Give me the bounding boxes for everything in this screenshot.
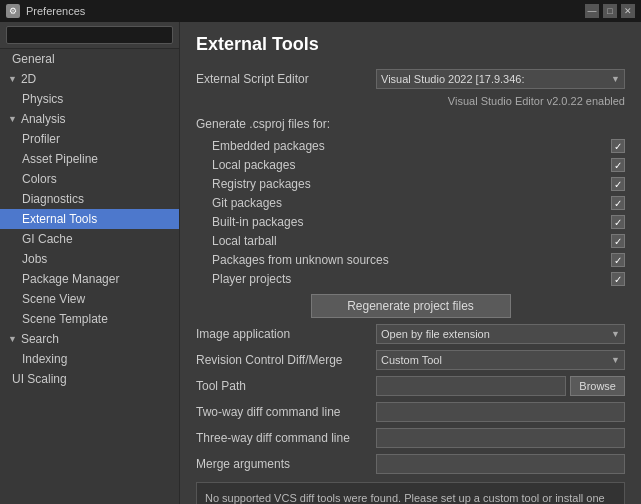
checkbox-1[interactable] [611, 158, 625, 172]
merge-row: Merge arguments [196, 454, 625, 474]
checkbox-row-3: Git packages [196, 194, 625, 212]
sidebar-search-container [0, 22, 179, 49]
merge-input[interactable] [376, 454, 625, 474]
checkbox-row-7: Player projects [196, 270, 625, 288]
script-editor-subtitle: Visual Studio Editor v2.0.22 enabled [196, 95, 625, 107]
sidebar-item-package-manager[interactable]: Package Manager [0, 269, 179, 289]
sidebar-item-scene-template[interactable]: Scene Template [0, 309, 179, 329]
checkbox-label-7: Player projects [212, 272, 291, 286]
page-title: External Tools [196, 34, 625, 55]
regen-button[interactable]: Regenerate project files [311, 294, 511, 318]
checkbox-label-3: Git packages [212, 196, 282, 210]
checkbox-3[interactable] [611, 196, 625, 210]
main-panel: External Tools External Script Editor Vi… [180, 22, 641, 504]
checkbox-row-2: Registry packages [196, 175, 625, 193]
script-editor-row: External Script Editor Visual Studio 202… [196, 69, 625, 89]
image-app-value: Open by file extension [381, 328, 490, 340]
threeway-row: Three-way diff command line [196, 428, 625, 448]
script-editor-dropdown-container: Visual Studio 2022 [17.9.346: ▼ [376, 69, 625, 89]
app-icon: ⚙ [6, 4, 20, 18]
checkbox-4[interactable] [611, 215, 625, 229]
image-app-dropdown-container: Open by file extension ▼ [376, 324, 625, 344]
sidebar-item-profiler[interactable]: Profiler [0, 129, 179, 149]
sidebar-item-scene-view[interactable]: Scene View [0, 289, 179, 309]
threeway-input-container [376, 428, 625, 448]
generate-label: Generate .csproj files for: [196, 117, 625, 131]
tool-path-input[interactable] [376, 376, 566, 396]
checkbox-5[interactable] [611, 234, 625, 248]
dropdown-arrow-script: ▼ [611, 74, 620, 84]
checkbox-row-6: Packages from unknown sources [196, 251, 625, 269]
checkbox-label-0: Embedded packages [212, 139, 325, 153]
checkbox-label-6: Packages from unknown sources [212, 253, 389, 267]
sidebar: General ▼ 2D Physics ▼ Analysis Profiler… [0, 22, 180, 504]
minimize-button[interactable]: — [585, 4, 599, 18]
browse-button[interactable]: Browse [570, 376, 625, 396]
checkbox-row-5: Local tarball [196, 232, 625, 250]
tool-path-row: Tool Path Browse [196, 376, 625, 396]
sidebar-item-search[interactable]: ▼ Search [0, 329, 179, 349]
twoway-row: Two-way diff command line [196, 402, 625, 422]
twoway-label: Two-way diff command line [196, 405, 376, 419]
sidebar-item-2d[interactable]: ▼ 2D [0, 69, 179, 89]
sidebar-item-general[interactable]: General [0, 49, 179, 69]
checkbox-label-5: Local tarball [212, 234, 277, 248]
close-button[interactable]: ✕ [621, 4, 635, 18]
sidebar-item-external-tools[interactable]: External Tools [0, 209, 179, 229]
revision-label: Revision Control Diff/Merge [196, 353, 376, 367]
sidebar-item-jobs[interactable]: Jobs [0, 249, 179, 269]
checkbox-label-4: Built-in packages [212, 215, 303, 229]
script-editor-label: External Script Editor [196, 72, 376, 86]
dropdown-arrow-image: ▼ [611, 329, 620, 339]
revision-dropdown-container: Custom Tool ▼ [376, 350, 625, 370]
checkbox-row-4: Built-in packages [196, 213, 625, 231]
sidebar-item-ui-scaling[interactable]: UI Scaling [0, 369, 179, 389]
tool-path-label: Tool Path [196, 379, 376, 393]
window-title: Preferences [26, 5, 85, 17]
merge-input-container [376, 454, 625, 474]
revision-value: Custom Tool [381, 354, 442, 366]
sidebar-item-physics[interactable]: Physics [0, 89, 179, 109]
sidebar-item-diagnostics[interactable]: Diagnostics [0, 189, 179, 209]
arrow-analysis: ▼ [8, 114, 17, 124]
arrow-search: ▼ [8, 334, 17, 344]
window-controls[interactable]: — □ ✕ [585, 4, 635, 18]
threeway-label: Three-way diff command line [196, 431, 376, 445]
twoway-input[interactable] [376, 402, 625, 422]
image-app-dropdown[interactable]: Open by file extension ▼ [376, 324, 625, 344]
checkbox-7[interactable] [611, 272, 625, 286]
script-editor-value: Visual Studio 2022 [17.9.346: [381, 73, 525, 85]
dropdown-arrow-revision: ▼ [611, 355, 620, 365]
title-bar: ⚙ Preferences — □ ✕ [0, 0, 641, 22]
threeway-input[interactable] [376, 428, 625, 448]
checkbox-label-2: Registry packages [212, 177, 311, 191]
sidebar-item-gi-cache[interactable]: GI Cache [0, 229, 179, 249]
info-box: No supported VCS diff tools were found. … [196, 482, 625, 504]
sidebar-item-colors[interactable]: Colors [0, 169, 179, 189]
image-app-label: Image application [196, 327, 376, 341]
checkbox-row-0: Embedded packages [196, 137, 625, 155]
sidebar-search-input[interactable] [6, 26, 173, 44]
info-text: No supported VCS diff tools were found. … [205, 492, 605, 504]
checkbox-0[interactable] [611, 139, 625, 153]
revision-row: Revision Control Diff/Merge Custom Tool … [196, 350, 625, 370]
arrow-2d: ▼ [8, 74, 17, 84]
checkbox-6[interactable] [611, 253, 625, 267]
maximize-button[interactable]: □ [603, 4, 617, 18]
image-app-row: Image application Open by file extension… [196, 324, 625, 344]
revision-dropdown[interactable]: Custom Tool ▼ [376, 350, 625, 370]
sidebar-item-asset-pipeline[interactable]: Asset Pipeline [0, 149, 179, 169]
checkboxes-block: Embedded packages Local packages Registr… [196, 137, 625, 288]
sidebar-item-analysis[interactable]: ▼ Analysis [0, 109, 179, 129]
merge-label: Merge arguments [196, 457, 376, 471]
checkbox-2[interactable] [611, 177, 625, 191]
checkbox-label-1: Local packages [212, 158, 295, 172]
twoway-input-container [376, 402, 625, 422]
script-editor-dropdown[interactable]: Visual Studio 2022 [17.9.346: ▼ [376, 69, 625, 89]
tool-path-field-container: Browse [376, 376, 625, 396]
checkbox-row-1: Local packages [196, 156, 625, 174]
sidebar-item-indexing[interactable]: Indexing [0, 349, 179, 369]
